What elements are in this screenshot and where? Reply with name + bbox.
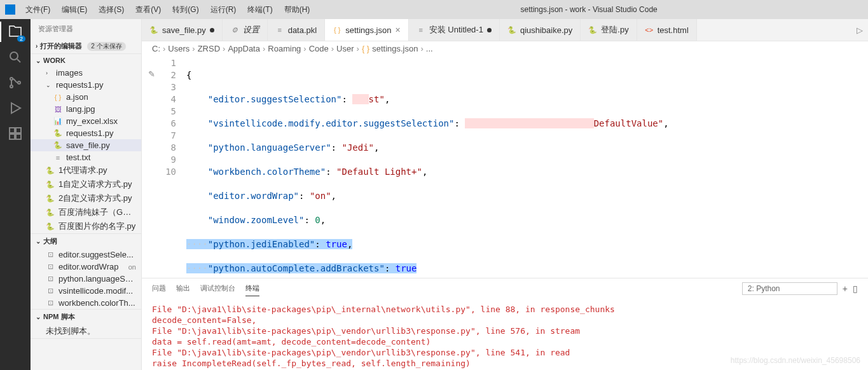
file-item[interactable]: ≡test.txt (31, 151, 141, 163)
breadcrumb-item[interactable]: Code (309, 44, 329, 53)
menu-go[interactable]: 转到(G) (167, 2, 203, 18)
breadcrumb-item[interactable]: ZRSD (198, 44, 220, 53)
data-icon: ≡ (275, 25, 284, 34)
editor-tab[interactable]: ≡安装 Untitled-1 (409, 19, 500, 41)
editor-tab[interactable]: ⚙设置 (223, 19, 268, 41)
file-item[interactable]: 🖼lang.jpg (31, 103, 141, 115)
section-open-editors[interactable]: › 打开的编辑器 2 个未保存 (31, 39, 141, 53)
folder-requests1[interactable]: ⌄ requests1.py (31, 79, 141, 91)
outline-item[interactable]: ⊡editor.suggestSele... (31, 249, 141, 261)
folder-images[interactable]: › images (31, 67, 141, 79)
file-item[interactable]: { }a.json (31, 91, 141, 103)
menubar: 文件(F) 编辑(E) 选择(S) 查看(V) 转到(G) 运行(R) 终端(T… (20, 2, 315, 18)
menu-run[interactable]: 运行(R) (205, 2, 242, 18)
section-outline[interactable]: ⌄ 大纲 (31, 234, 141, 249)
file-item[interactable]: 🐍百度清纯妹子（GET... (31, 205, 141, 219)
file-item[interactable]: 🐍2自定义请求方式.py (31, 191, 141, 205)
menu-edit[interactable]: 编辑(E) (57, 2, 92, 18)
menu-selection[interactable]: 选择(S) (93, 2, 129, 18)
source-control-icon[interactable] (8, 75, 23, 90)
editor-content[interactable]: ✎ 12345678910 { "editor.suggestSelection… (142, 56, 868, 278)
menu-view[interactable]: 查看(V) (130, 2, 166, 18)
editor-tab[interactable]: 🐍qiushibaike.py (500, 19, 581, 41)
file-label: 1代理请求.py (59, 165, 136, 176)
file-item[interactable]: 🐍save_file.py (31, 139, 141, 151)
panel-tab-debug[interactable]: 调试控制台 (200, 281, 235, 296)
file-item[interactable]: 🐍1自定义请求方式.py (31, 177, 141, 191)
activity-bar: 2 (0, 19, 31, 370)
py-icon: 🐍 (46, 180, 55, 189)
edit-icon[interactable]: ✎ (142, 69, 161, 79)
py-icon: 🐍 (46, 166, 55, 175)
panel-tab-problems[interactable]: 问题 (152, 281, 166, 296)
outline-item[interactable]: ⊡editor.wordWrapon (31, 261, 141, 273)
breadcrumb-item[interactable]: C: (152, 44, 160, 53)
file-label: 1自定义请求方式.py (59, 179, 136, 190)
file-label: lang.jpg (66, 104, 136, 114)
editor-tab[interactable]: { }settings.json× (325, 19, 408, 41)
line-numbers: 12345678910 (161, 56, 186, 278)
sidebar-title: 资源管理器 (31, 19, 141, 39)
menu-help[interactable]: 帮助(H) (279, 2, 315, 18)
file-item[interactable]: 📊my_excel.xlsx (31, 115, 141, 127)
titlebar: 文件(F) 编辑(E) 选择(S) 查看(V) 转到(G) 运行(R) 终端(T… (0, 0, 868, 19)
breadcrumb-item[interactable]: settings.json (372, 44, 418, 53)
terminal-output[interactable]: File "D:\java1\lib\site-packages\pip\_in… (142, 296, 868, 370)
svg-line-1 (17, 59, 20, 62)
tab-label: 登陆.py (601, 24, 628, 36)
folder-label: images (56, 68, 136, 78)
tab-label: 安装 Untitled-1 (429, 24, 483, 36)
file-item[interactable]: 🐍1代理请求.py (31, 163, 141, 177)
outline-item[interactable]: ⊡python.languageSe... (31, 273, 141, 285)
code-editor[interactable]: { "editor.suggestSelection": " st", "vsi… (186, 56, 868, 278)
split-terminal-icon[interactable]: ▯ (853, 284, 858, 294)
outline-item[interactable]: ⊡workbench.colorTh... (31, 297, 141, 309)
run-icon[interactable]: ▷ (857, 25, 863, 35)
img-icon: 🖼 (53, 105, 62, 114)
breadcrumb-item[interactable]: ... (426, 44, 433, 53)
search-icon[interactable] (8, 50, 23, 65)
breadcrumb-item[interactable]: Roaming (268, 44, 301, 53)
explorer-icon[interactable]: 2 (8, 24, 23, 39)
editor-tab[interactable]: ≡data.pkl (268, 19, 326, 41)
breadcrumb-item[interactable]: User (336, 44, 354, 53)
outline-label: editor.suggestSele... (59, 250, 136, 259)
terminal-line: File "D:\java1\lib\site-packages\pip\_ve… (152, 347, 858, 358)
editor-tab[interactable]: <>test.html (637, 19, 697, 41)
editor-tab[interactable]: 🐍save_file.py (142, 19, 223, 41)
outline-label: editor.wordWrap (59, 262, 122, 271)
work-label: WORK (43, 57, 65, 64)
extensions-icon[interactable] (8, 126, 23, 141)
tab-label: 设置 (243, 24, 259, 36)
editor-tab[interactable]: 🐍登陆.py (581, 19, 637, 41)
folder-label: requests1.py (56, 80, 136, 90)
npm-empty: 未找到脚本。 (31, 324, 141, 338)
outline-item[interactable]: ⊡vsintellicode.modif... (31, 285, 141, 297)
panel-tab-terminal[interactable]: 终端 (245, 281, 259, 296)
chevron-down-icon: ⌄ (36, 57, 41, 64)
new-terminal-icon[interactable]: + (843, 284, 848, 294)
outline-label: workbench.colorTh... (59, 298, 136, 308)
outline-icon: ⊡ (46, 275, 55, 284)
editor-tabs: 🐍save_file.py⚙设置≡data.pkl{ }settings.jso… (142, 19, 868, 41)
breadcrumb-item[interactable]: AppData (228, 44, 260, 53)
menu-terminal[interactable]: 终端(T) (242, 2, 277, 18)
section-work[interactable]: ⌄ WORK (31, 54, 141, 67)
terminal-line: decode_content=False, (152, 315, 858, 325)
file-item[interactable]: 🐍百度图片你的名字.py (31, 219, 141, 233)
outline-icon: ⊡ (46, 263, 55, 271)
vscode-icon (5, 4, 15, 15)
file-item[interactable]: 🐍requests1.py (31, 127, 141, 139)
py-icon: 🐍 (149, 25, 158, 34)
section-npm[interactable]: ⌄ NPM 脚本 (31, 310, 141, 324)
close-icon[interactable]: × (395, 25, 400, 35)
terminal-select[interactable]: 2: Python (742, 282, 837, 295)
py-icon: 🐍 (53, 141, 62, 150)
terminal-line: data = self.read(amt=amt, decode_content… (152, 336, 858, 347)
menu-file[interactable]: 文件(F) (20, 2, 55, 18)
panel-tab-output[interactable]: 输出 (176, 281, 190, 296)
breadcrumb-item[interactable]: Users (168, 44, 189, 53)
breadcrumbs[interactable]: C:› Users› ZRSD› AppData› Roaming› Code›… (142, 41, 868, 56)
debug-icon[interactable] (8, 100, 23, 116)
html-icon: <> (645, 25, 654, 34)
